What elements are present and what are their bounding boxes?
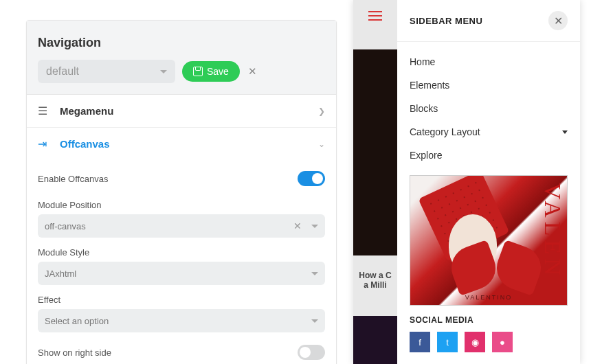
facebook-icon[interactable]: f [410, 332, 430, 352]
section-offcanvas[interactable]: ⇥ Offcanvas ⌄ [27, 128, 336, 160]
menu-label: Explore [410, 150, 442, 161]
caret-down-icon [562, 130, 568, 134]
preview-panel: How a C a Milli SIDEBAR MENU ✕ Home Elem… [353, 0, 580, 364]
chevron-down-icon [160, 70, 167, 73]
preview-backdrop: How a C a Milli [353, 0, 397, 364]
module-position-select[interactable]: off-canvas ✕ [38, 214, 325, 238]
drawer-title: SIDEBAR MENU [410, 16, 482, 26]
field-right-side: Show on right side [38, 337, 325, 364]
field-enable: Enable Offcanvas [38, 163, 325, 194]
menu-item-explore[interactable]: Explore [410, 144, 568, 167]
section-megamenu[interactable]: ☰ Megamenu ❯ [27, 95, 336, 128]
field-label: Effect [38, 289, 325, 309]
module-style-select[interactable]: JAxhtml [38, 262, 325, 285]
bg-caption: How a C a Milli [356, 271, 394, 290]
menu-label: Elements [410, 80, 449, 91]
drawer-header: SIDEBAR MENU ✕ [397, 0, 580, 42]
close-button[interactable]: ✕ [548, 11, 568, 30]
offcanvas-drawer: SIDEBAR MENU ✕ Home Elements Blocks Cate… [397, 0, 580, 364]
bg-image [353, 49, 397, 255]
promo-brand: VALENTINO [410, 294, 567, 301]
social-heading: SOCIAL MEDIA [397, 315, 580, 332]
hamburger-icon: ☰ [38, 104, 53, 117]
select-value: off-canvas [45, 221, 86, 231]
select-value: JAxhtml [45, 269, 76, 279]
settings-panel: Navigation default Save ✕ ☰ Megamenu ❯ ⇥… [26, 20, 337, 364]
offcanvas-icon: ⇥ [38, 137, 53, 150]
panel-title: Navigation [38, 36, 325, 50]
dribbble-icon[interactable]: ● [492, 332, 513, 352]
chevron-down-icon [311, 225, 318, 228]
panel-header: Navigation [27, 21, 336, 60]
save-icon [193, 67, 203, 76]
bow-graphic [452, 246, 541, 301]
menu-label: Home [410, 56, 435, 67]
select-value: Select an option [45, 316, 109, 326]
menu-label: Blocks [410, 103, 438, 114]
clear-icon[interactable]: ✕ [293, 220, 302, 231]
chevron-down-icon: ⌄ [318, 139, 325, 149]
menu-list: Home Elements Blocks Category Layout Exp… [397, 42, 580, 171]
chevron-down-icon [311, 319, 318, 323]
save-button[interactable]: Save [182, 61, 240, 82]
preset-select[interactable]: default [38, 60, 175, 83]
menu-item-elements[interactable]: Elements [410, 73, 568, 97]
promo-text: VALEN [539, 183, 566, 280]
enable-toggle[interactable] [298, 171, 325, 186]
chevron-down-icon [311, 272, 318, 275]
social-row: f t ◉ ● [397, 332, 580, 352]
menu-label: Category Layout [410, 126, 480, 137]
preset-value: default [46, 65, 79, 78]
promo-image: VALEN VALENTINO [410, 175, 568, 306]
menu-item-home[interactable]: Home [410, 50, 568, 73]
effect-select[interactable]: Select an option [38, 309, 325, 332]
close-icon[interactable]: ✕ [247, 65, 259, 78]
section-label: Offcanvas [60, 138, 318, 150]
field-label: Show on right side [38, 348, 111, 358]
field-label: Enable Offcanvas [38, 174, 108, 184]
offcanvas-body: Enable Offcanvas Module Position off-can… [27, 160, 336, 364]
section-label: Megamenu [60, 105, 318, 117]
right-side-toggle[interactable] [298, 345, 325, 360]
twitter-icon[interactable]: t [437, 332, 458, 352]
save-label: Save [207, 66, 229, 77]
field-label: Module Style [38, 242, 325, 262]
bg-image [353, 316, 397, 364]
field-label: Module Position [38, 194, 325, 214]
menu-item-category[interactable]: Category Layout [410, 120, 568, 144]
panel-toolbar: default Save ✕ [27, 60, 336, 95]
menu-item-blocks[interactable]: Blocks [410, 97, 568, 120]
hamburger-icon[interactable] [368, 8, 382, 23]
instagram-icon[interactable]: ◉ [465, 332, 485, 352]
chevron-right-icon: ❯ [318, 106, 325, 116]
